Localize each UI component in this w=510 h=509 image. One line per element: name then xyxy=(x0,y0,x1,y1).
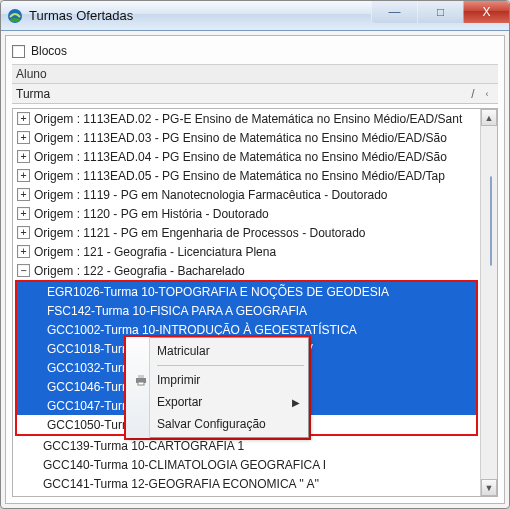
tree-row-origem[interactable]: + Origem : 1121 - PG em Engenharia de Pr… xyxy=(13,223,480,242)
row-text: Origem : 1113EAD.04 - PG Ensino de Matem… xyxy=(34,150,447,164)
row-text: Origem : 1113EAD.05 - PG Ensino de Matem… xyxy=(34,169,445,183)
row-text: Origem : 121 - Geografia - Licenciatura … xyxy=(34,245,276,259)
column-turma-label: Turma xyxy=(16,87,466,101)
window-root: Turmas Ofertadas — □ X Blocos Aluno Turm… xyxy=(0,0,510,509)
tree-row-origem[interactable]: + Origem : 1120 - PG em História - Douto… xyxy=(13,204,480,223)
collapse-icon[interactable]: − xyxy=(17,264,30,277)
row-text: EGR1026-Turma 10-TOPOGRAFIA E NOÇÕES DE … xyxy=(47,285,389,299)
tree-row-origem[interactable]: + Origem : 1113EAD.03 - PG Ensino de Mat… xyxy=(13,128,480,147)
tree-row-origem-expanded[interactable]: − Origem : 122 - Geografia - Bacharelado xyxy=(13,261,480,280)
aluno-label: Aluno xyxy=(12,64,498,84)
course-row[interactable]: GCC140-Turma 10-CLIMATOLOGIA GEOGRAFICA … xyxy=(13,455,480,474)
expand-icon[interactable]: + xyxy=(17,245,30,258)
blocos-row: Blocos xyxy=(12,40,498,62)
menu-item-imprimir[interactable]: Imprimir xyxy=(129,369,306,391)
row-text: FSC142-Turma 10-FISICA PARA A GEOGRAFIA xyxy=(47,304,307,318)
menu-item-matricular[interactable]: Matricular xyxy=(129,340,306,362)
row-text: GCC139-Turma 10-CARTOGRAFIA 1 xyxy=(43,439,244,453)
menu-item-label: Matricular xyxy=(157,344,210,358)
expand-icon[interactable]: + xyxy=(17,150,30,163)
scroll-up-button[interactable]: ▲ xyxy=(481,109,497,126)
context-menu: Matricular Imprimir Exportar ▶ Salvar Co… xyxy=(126,337,309,438)
scroll-thumb[interactable] xyxy=(490,176,492,266)
scroll-down-button[interactable]: ▼ xyxy=(481,479,497,496)
menu-item-exportar[interactable]: Exportar ▶ xyxy=(129,391,306,413)
row-text: Origem : 1121 - PG em Engenharia de Proc… xyxy=(34,226,366,240)
tree-row-origem[interactable]: + Origem : 1113EAD.05 - PG Ensino de Mat… xyxy=(13,166,480,185)
submenu-arrow-icon: ▶ xyxy=(292,397,300,408)
column-header[interactable]: Turma / ‹ xyxy=(12,84,498,104)
row-text: Origem : 1120 - PG em História - Doutora… xyxy=(34,207,269,221)
expand-icon[interactable]: + xyxy=(17,207,30,220)
blocos-checkbox[interactable] xyxy=(12,45,25,58)
blocos-label: Blocos xyxy=(31,44,67,58)
expand-icon[interactable]: + xyxy=(17,169,30,182)
tree-row-origem[interactable]: + Origem : 121 - Geografia - Licenciatur… xyxy=(13,242,480,261)
row-text: Origem : 1113EAD.03 - PG Ensino de Matem… xyxy=(34,131,447,145)
menu-item-salvar-config[interactable]: Salvar Configuração xyxy=(129,413,306,435)
close-button[interactable]: X xyxy=(463,1,509,23)
minimize-button[interactable]: — xyxy=(371,1,417,23)
context-menu-highlight: Matricular Imprimir Exportar ▶ Salvar Co… xyxy=(124,335,311,440)
vertical-scrollbar[interactable]: ▲ ▼ xyxy=(480,109,497,496)
printer-icon xyxy=(133,372,149,388)
row-text: Origem : 122 - Geografia - Bacharelado xyxy=(34,264,245,278)
row-text: GCC141-Turma 12-GEOGRAFIA ECONOMICA '' A… xyxy=(43,477,319,491)
column-narrower-icon: ‹ xyxy=(480,89,494,99)
svg-rect-4 xyxy=(138,382,144,385)
menu-item-label: Imprimir xyxy=(157,373,200,387)
column-mark: / xyxy=(466,87,480,101)
svg-point-1 xyxy=(10,18,20,22)
course-row-selected[interactable]: FSC142-Turma 10-FISICA PARA A GEOGRAFIA xyxy=(17,301,476,320)
svg-rect-3 xyxy=(138,375,144,378)
course-row[interactable]: GCC141-Turma 12-GEOGRAFIA ECONOMICA '' A… xyxy=(13,474,480,493)
menu-separator xyxy=(157,365,304,366)
tree-row-origem[interactable]: + Origem : 1113EAD.04 - PG Ensino de Mat… xyxy=(13,147,480,166)
title-bar[interactable]: Turmas Ofertadas — □ X xyxy=(1,1,509,31)
app-icon xyxy=(7,8,23,24)
row-text: Origem : 1113EAD.02 - PG-E Ensino de Mat… xyxy=(34,112,462,126)
expand-icon[interactable]: + xyxy=(17,112,30,125)
expand-icon[interactable]: + xyxy=(17,226,30,239)
tree-row-origem[interactable]: + Origem : 1113EAD.02 - PG-E Ensino de M… xyxy=(13,109,480,128)
menu-item-label: Exportar xyxy=(157,395,202,409)
tree-row-origem[interactable]: + Origem : 1119 - PG em Nanotecnologia F… xyxy=(13,185,480,204)
window-buttons: — □ X xyxy=(371,1,509,23)
menu-item-label: Salvar Configuração xyxy=(157,417,266,431)
expand-icon[interactable]: + xyxy=(17,188,30,201)
course-row-selected[interactable]: EGR1026-Turma 10-TOPOGRAFIA E NOÇÕES DE … xyxy=(17,282,476,301)
expand-icon[interactable]: + xyxy=(17,131,30,144)
row-text: Origem : 1119 - PG em Nanotecnologia Far… xyxy=(34,188,388,202)
row-text: GCC140-Turma 10-CLIMATOLOGIA GEOGRAFICA … xyxy=(43,458,326,472)
maximize-button[interactable]: □ xyxy=(417,1,463,23)
